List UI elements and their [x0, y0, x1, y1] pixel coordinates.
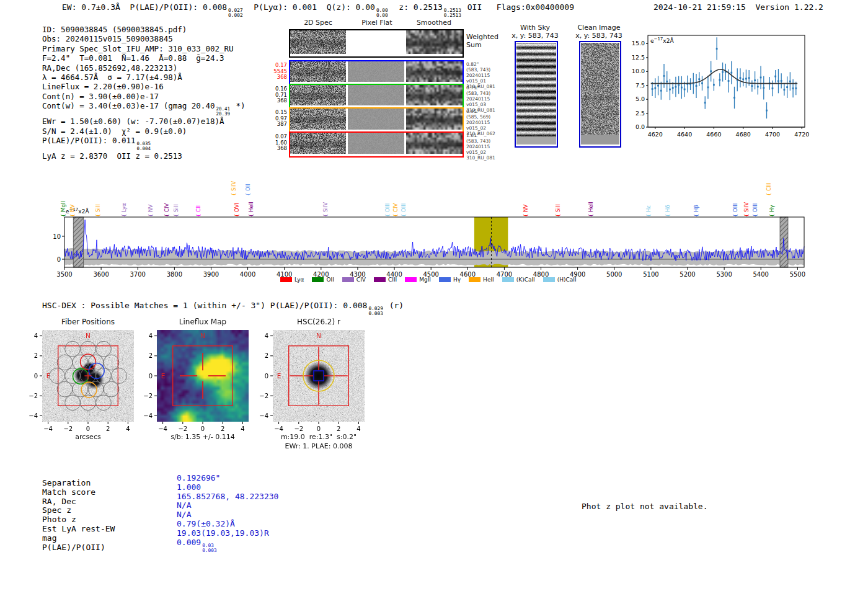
emission-line-label-oiii: { OIII [384, 203, 391, 217]
spec2d-row-left-labels: 0.17 5545 368 [273, 63, 287, 81]
info-line: P(LAE)/P(OII): 0.0110.0350.004 [42, 136, 246, 151]
legend-label: (K)CaII [516, 277, 535, 283]
svg-text:−4: −4 [43, 425, 53, 432]
sub-value: 0.002 [228, 13, 242, 18]
legend-label: OII [326, 277, 334, 283]
match-row-label: Spec z [42, 506, 71, 515]
report-timestamp: 2024-10-21 21:59:15 Version 1.22.2 [653, 2, 823, 12]
match-row-label: Photo z [42, 515, 76, 525]
info-line: F=2.4" T=0.081 N̄=1.46 Ā=0.88 ḡ=24.3 [42, 53, 246, 63]
legend-item-civ: CIV [342, 277, 366, 283]
legend-label: Hγ [453, 277, 461, 283]
sub-value: 0.2513 [444, 13, 461, 18]
timestamp-text: 2024-10-21 21:59:15 [653, 2, 746, 12]
spec2d-image [290, 85, 346, 105]
spec2d-image [348, 85, 404, 105]
svg-text:12.5: 12.5 [632, 54, 645, 61]
emission-line-label-nv: { NV [69, 205, 76, 217]
match-row-label: Match score [42, 488, 95, 497]
svg-text:2: 2 [149, 352, 153, 359]
match-row-value: 19.03(19.03,19.03)R [177, 529, 269, 538]
match-row-label: mag [42, 534, 56, 543]
svg-text:−2: −2 [63, 425, 73, 432]
emission-line-label-siii: { SiII [95, 204, 101, 217]
info-line: LineFlux = 2.20(±0.90)e-16 [42, 82, 246, 91]
svg-text:4640: 4640 [677, 131, 692, 138]
spec2d-image [290, 133, 346, 154]
hsc-dex-match-line: HSC-DEX : Possible Matches = 1 (within +… [42, 301, 404, 317]
superscript-subscript-value: 0.0350.004 [137, 141, 151, 151]
spec2d-row [289, 29, 464, 58]
info-line: Primary Spec_Slot_IFU_AMP: 310_033_002_R… [42, 44, 246, 53]
spec2d-row-left-labels: 0.15 0.97 387 [273, 110, 287, 128]
photz-note: Phot z plot not available. [582, 502, 708, 511]
legend-swatch [312, 277, 324, 282]
detection-info-block: ID: 5090038845 (5090038845.pdf)Obs: 2024… [42, 25, 246, 161]
svg-text:3600: 3600 [93, 271, 108, 278]
legend-swatch [502, 277, 514, 282]
superscript-subscript-value: 0.000.00 [376, 8, 388, 19]
svg-text:2: 2 [34, 352, 38, 359]
svg-text:3500: 3500 [56, 271, 72, 278]
legend-item-mgii: MgII [405, 277, 431, 283]
line-fit-zoom-plot: 46204640466046804700472015.012.510.07.55… [620, 28, 831, 146]
svg-text:E: E [161, 372, 166, 380]
hsc-r-cutout-plot: HSC(26.2) r442200−2−2−4−4NEm:19.0 re:1.3… [244, 318, 384, 461]
svg-text:0: 0 [317, 425, 321, 432]
match-row-value: N/A [177, 501, 191, 510]
legend-item-hcaii: (H)CaII [543, 277, 577, 283]
svg-text:N: N [86, 332, 91, 339]
svg-text:4000: 4000 [240, 271, 255, 278]
spec2d-image [406, 109, 463, 130]
match-row-value: N/A [177, 510, 191, 520]
svg-text:0: 0 [265, 373, 268, 380]
with-sky-coords: x, y: 583, 743 [502, 32, 568, 40]
legend-label: Lyα [294, 277, 304, 283]
svg-text:5400: 5400 [753, 271, 769, 278]
spec2d-row [289, 107, 464, 133]
exponent: −17 [654, 37, 663, 42]
info-line: EWr = 1.50(±0.60) (w: -7.70(±0.07)e18)Å [42, 117, 246, 126]
info-line: λ = 4664.57Å σ = 7.17(±4.98)Å [42, 73, 246, 82]
info-line: ID: 5090038845 (5090038845.pdf) [42, 25, 246, 34]
emission-line-label-heii: { HeII [248, 202, 254, 217]
svg-text:−2: −2 [178, 425, 187, 432]
spec2d-column-header: Smoothed [406, 19, 462, 27]
emission-line-label-mgii: { MgII [60, 201, 66, 217]
spec2d-image [348, 61, 404, 82]
svg-text:0: 0 [34, 373, 38, 380]
summary-header: EW: 0.7±0.3Å P(LAE)/P(OII): 0.0080.0270.… [62, 2, 574, 19]
emission-line-label-siiv: { SiIV [231, 181, 237, 196]
emission-line-label-siii: { SiII [555, 204, 561, 217]
emission-line-label-hδ: { Hδ [665, 205, 671, 217]
legend-swatch [439, 277, 451, 282]
zoom-plot-svg: 46204640466046804700472015.012.510.07.55… [620, 28, 831, 148]
svg-text:N: N [316, 332, 321, 339]
svg-text:0: 0 [149, 373, 153, 380]
spectrum-legend: LyαOIICIVCIIIMgIIHγHeII(K)CaII(H)CaII [280, 277, 577, 283]
emission-line-label-ciii: { CIII [766, 182, 772, 196]
svg-text:N: N [200, 332, 205, 339]
legend-item-ly: Lyα [280, 277, 304, 283]
spec2d-image [406, 30, 463, 54]
legend-swatch [374, 277, 386, 282]
spec2d-image [406, 61, 463, 82]
emission-line-label-oiii: { OIII [752, 203, 758, 217]
legend-label: CIV [356, 277, 366, 283]
svg-text:4720: 4720 [794, 131, 809, 138]
svg-text:−4: −4 [274, 425, 283, 432]
with-sky-title: With Sky x, y: 583, 743 [502, 24, 568, 40]
svg-text:4: 4 [34, 332, 38, 339]
svg-text:4700: 4700 [765, 131, 780, 138]
with-sky-image [516, 43, 556, 144]
spec2d-image [406, 133, 463, 154]
info-line: Cont(n) = 3.90(±0.00)e-17 [42, 92, 246, 101]
emission-line-label-oiii: { OIII [401, 203, 407, 217]
svg-text:−2: −2 [259, 393, 268, 399]
svg-text:3700: 3700 [130, 271, 146, 278]
spec2d-row [289, 131, 464, 158]
svg-text:2: 2 [106, 425, 110, 432]
catalog-match-table: Separation0.192696"Match score1.000RA, D… [42, 479, 365, 559]
hsc-caption-params: m:19.0 re:1.3" s:0.2" [248, 433, 389, 441]
emission-line-label-oiii: { OIII [732, 203, 738, 217]
